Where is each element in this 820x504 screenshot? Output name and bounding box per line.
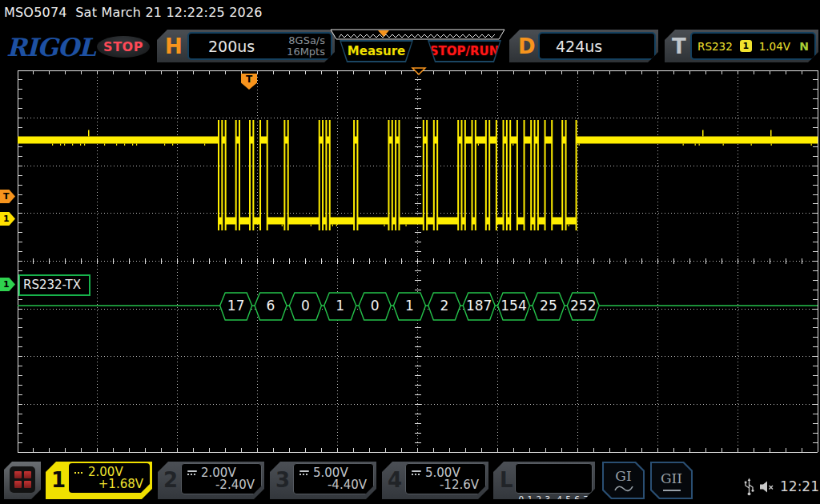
gi-wave-icon bbox=[613, 484, 634, 493]
h-label: H bbox=[165, 30, 183, 62]
channel4-offset: -12.6V bbox=[440, 478, 479, 492]
horizontal-timebase-panel[interactable]: H 200us 8GSa/s 16Mpts bbox=[157, 30, 335, 62]
delay-value: 424us bbox=[556, 38, 602, 55]
decode-byte-value: 6 bbox=[267, 298, 275, 314]
d-label: D bbox=[518, 30, 536, 62]
digital-channels-row1: 0 1 2 3 4 5 6 7 bbox=[516, 493, 592, 504]
clock-text: 12:21 bbox=[780, 478, 819, 494]
stop-run-button[interactable]: STOP/RUN bbox=[428, 40, 501, 62]
channel2-offset: -2.40V bbox=[215, 478, 255, 492]
channel4-button[interactable]: 4 5.00V -12.6V bbox=[382, 462, 488, 499]
channel2-settings: 2.00V -2.40V bbox=[181, 463, 262, 494]
channel2-number: 2 bbox=[163, 468, 178, 492]
speaker-muted-icon[interactable] bbox=[759, 480, 775, 494]
decode-bus-label: RS232-TX bbox=[18, 274, 90, 296]
trigger-type: RS232 bbox=[697, 40, 733, 53]
sample-rate: 8GSa/s bbox=[287, 35, 325, 46]
channel1-offset: +1.68V bbox=[98, 477, 143, 491]
delay-panel[interactable]: D 424us bbox=[509, 30, 658, 62]
generator1-label: GI bbox=[615, 468, 631, 484]
decode-byte-value: 187 bbox=[466, 298, 492, 314]
trigger-level-icon[interactable]: T bbox=[0, 190, 15, 203]
logic-analyzer-button[interactable]: L 0 1 2 3 4 5 6 7 8 9 1011 12131415 bbox=[493, 462, 595, 499]
decode-byte-value: 2 bbox=[440, 298, 448, 314]
memory-depth: 16Mpts bbox=[287, 46, 325, 58]
gii-line-icon bbox=[663, 490, 681, 491]
datetime-text: Sat March 21 12:22:25 2026 bbox=[75, 5, 263, 20]
measure-button[interactable]: Measure bbox=[340, 40, 413, 62]
usb-icon bbox=[743, 478, 755, 497]
channel4-settings: 5.00V -12.6V bbox=[405, 463, 486, 494]
menu-button[interactable] bbox=[4, 462, 41, 499]
trigger-display: RS232 1 1.04V N bbox=[690, 32, 816, 60]
channel2-button[interactable]: 2 2.00V -2.40V bbox=[158, 462, 264, 499]
trigger-source-chip: 1 bbox=[740, 40, 752, 52]
trigger-panel[interactable]: T RS232 1 1.04V N bbox=[665, 30, 818, 62]
logic-analyzer-label: L bbox=[500, 468, 513, 492]
channel1-ground-icon[interactable]: 1 bbox=[0, 212, 15, 226]
decode-byte-value: 252 bbox=[570, 298, 596, 314]
acquisition-status-badge: STOP bbox=[97, 36, 150, 58]
dc-coupling-icon bbox=[412, 470, 421, 475]
dc-coupling-icon bbox=[74, 470, 84, 474]
decode-byte-value: 0 bbox=[371, 298, 380, 314]
dc-coupling-icon bbox=[299, 470, 309, 475]
info-bar: MSO5074 Sat March 21 12:22:25 2026 bbox=[4, 5, 263, 20]
info-bar-spacer bbox=[67, 5, 76, 20]
generator2-button[interactable]: GII bbox=[650, 462, 693, 499]
dc-coupling-icon bbox=[187, 470, 197, 475]
decode-byte-value: 17 bbox=[227, 298, 245, 314]
rigol-logo: RIGOL bbox=[6, 33, 95, 62]
decode-byte-value: 1 bbox=[336, 298, 344, 314]
channel1-button[interactable]: 1 2.00V +1.68V bbox=[46, 462, 152, 499]
model-name: MSO5074 bbox=[4, 5, 67, 20]
decode-bus-position-icon[interactable]: 1 bbox=[0, 278, 15, 291]
channel3-settings: 5.00V -4.40V bbox=[293, 463, 374, 494]
measure-button-label: Measure bbox=[341, 42, 412, 61]
generator1-button[interactable]: GI bbox=[602, 462, 645, 499]
graticule bbox=[18, 70, 818, 452]
acquisition-info: 8GSa/s 16Mpts bbox=[287, 35, 325, 58]
waveform-display[interactable]: 1760101218715425252 bbox=[17, 70, 818, 453]
digital-channel-list: 0 1 2 3 4 5 6 7 8 9 1011 12131415 bbox=[515, 463, 593, 494]
menu-grid-icon bbox=[10, 466, 35, 493]
generator2-label: GII bbox=[661, 470, 682, 486]
delay-reference-icon bbox=[411, 67, 427, 75]
decode-byte-value: 25 bbox=[540, 298, 557, 314]
decode-byte-value: 1 bbox=[405, 298, 414, 314]
channel4-number: 4 bbox=[388, 468, 402, 492]
channel3-offset: -4.40V bbox=[328, 478, 367, 492]
decode-byte-value: 154 bbox=[500, 298, 526, 314]
t-label: T bbox=[672, 30, 686, 62]
delay-display: 424us bbox=[538, 32, 656, 60]
channel3-button[interactable]: 3 5.00V -4.40V bbox=[270, 462, 376, 499]
waveform-overview-strip[interactable] bbox=[329, 29, 507, 40]
channel1-number: 1 bbox=[51, 468, 66, 492]
channel1-settings: 2.00V +1.68V bbox=[69, 463, 150, 493]
timebase-display: 200us 8GSa/s 16Mpts bbox=[187, 32, 332, 60]
trigger-level-value: 1.04V bbox=[759, 40, 790, 53]
timebase-value: 200us bbox=[208, 38, 255, 55]
stop-run-button-label: STOP/RUN bbox=[429, 42, 500, 61]
trigger-slope: N bbox=[799, 40, 809, 53]
channel3-number: 3 bbox=[275, 468, 290, 492]
oscilloscope-screen: { "info_bar": { "model": "MSO5074", "dat… bbox=[0, 0, 820, 504]
decode-byte-value: 0 bbox=[301, 298, 310, 314]
rs232-decode-row: 1760101218715425252 bbox=[18, 293, 818, 320]
